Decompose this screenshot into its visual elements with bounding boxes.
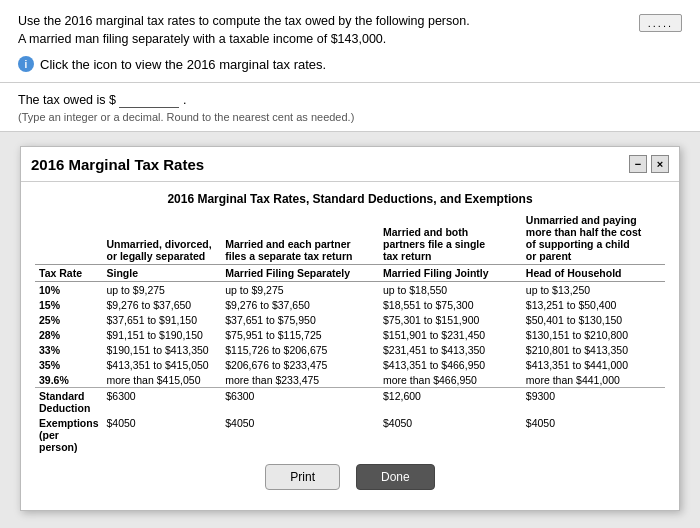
table-cell: $91,151 to $190,150 — [103, 327, 222, 342]
table-row: 39.6%more than $415,050more than $233,47… — [35, 372, 665, 388]
table-cell: $9,276 to $37,650 — [221, 297, 379, 312]
table-row: 25%$37,651 to $91,150$37,651 to $75,950$… — [35, 312, 665, 327]
table-cell: 35% — [35, 357, 103, 372]
answer-section: The tax owed is $ . (Type an integer or … — [0, 83, 700, 132]
table-cell: more than $415,050 — [103, 372, 222, 388]
table-cell: $4050 — [103, 415, 222, 454]
table-cell: $413,351 to $441,000 — [522, 357, 665, 372]
table-cell: $130,151 to $210,800 — [522, 327, 665, 342]
table-cell: $50,401 to $130,150 — [522, 312, 665, 327]
info-icon[interactable]: i — [18, 56, 34, 72]
table-cell: $9300 — [522, 388, 665, 416]
modal-titlebar: 2016 Marginal Tax Rates − × — [21, 147, 679, 182]
problem-line2: A married man filing separately with a t… — [18, 32, 470, 46]
table-cell: $4050 — [522, 415, 665, 454]
tax-answer-input[interactable] — [119, 93, 179, 108]
table-row: 28%$91,151 to $190,150$75,951 to $115,72… — [35, 327, 665, 342]
modal-content: 2016 Marginal Tax Rates, Standard Deduct… — [21, 182, 679, 510]
table-cell: more than $466,950 — [379, 372, 522, 388]
table-title: 2016 Marginal Tax Rates, Standard Deduct… — [35, 192, 665, 206]
table-cell: more than $441,000 — [522, 372, 665, 388]
minimize-button[interactable]: − — [629, 155, 647, 173]
table-cell: $231,451 to $413,350 — [379, 342, 522, 357]
done-button[interactable]: Done — [356, 464, 435, 490]
answer-note: (Type an integer or a decimal. Round to … — [18, 111, 682, 123]
col-header-single: Unmarried, divorced,or legally separated — [103, 212, 222, 265]
close-button[interactable]: × — [651, 155, 669, 173]
modal-title: 2016 Marginal Tax Rates — [31, 156, 204, 173]
col-header-mfs: Married and each partnerfiles a separate… — [221, 212, 379, 265]
table-column-labels-row: Tax Rate Single Married Filing Separatel… — [35, 265, 665, 282]
table-cell: 28% — [35, 327, 103, 342]
table-cell: $13,251 to $50,400 — [522, 297, 665, 312]
table-cell: Exemptions (per person) — [35, 415, 103, 454]
col-label-rate: Tax Rate — [35, 265, 103, 282]
table-cell: $75,301 to $151,900 — [379, 312, 522, 327]
table-cell: $4050 — [379, 415, 522, 454]
table-cell: $18,551 to $75,300 — [379, 297, 522, 312]
tax-rates-modal: 2016 Marginal Tax Rates − × 2016 Margina… — [20, 146, 680, 511]
tax-rates-table: Unmarried, divorced,or legally separated… — [35, 212, 665, 454]
table-cell: $9,276 to $37,650 — [103, 297, 222, 312]
col-header-mfj: Married and bothpartners file a singleta… — [379, 212, 522, 265]
col-label-mfj: Married Filing Jointly — [379, 265, 522, 282]
table-cell: more than $233,475 — [221, 372, 379, 388]
table-cell: $6300 — [103, 388, 222, 416]
problem-section: Use the 2016 marginal tax rates to compu… — [0, 0, 700, 83]
table-cell: up to $13,250 — [522, 282, 665, 298]
table-cell: up to $9,275 — [221, 282, 379, 298]
table-cell: 15% — [35, 297, 103, 312]
table-cell: 33% — [35, 342, 103, 357]
col-label-hoh: Head of Household — [522, 265, 665, 282]
table-cell: Standard Deduction — [35, 388, 103, 416]
tax-table-body: 10%up to $9,275up to $9,275up to $18,550… — [35, 282, 665, 455]
table-row: 33%$190,151 to $413,350$115,726 to $206,… — [35, 342, 665, 357]
dots-button[interactable]: ..... — [639, 14, 682, 32]
table-row: 35%$413,351 to $415,050$206,676 to $233,… — [35, 357, 665, 372]
table-row: 15%$9,276 to $37,650$9,276 to $37,650$18… — [35, 297, 665, 312]
tax-owed-label: The tax owed is $ — [18, 93, 116, 107]
table-cell: $413,351 to $466,950 — [379, 357, 522, 372]
table-cell: $37,651 to $91,150 — [103, 312, 222, 327]
table-cell: 25% — [35, 312, 103, 327]
table-cell: $12,600 — [379, 388, 522, 416]
table-subheader-row: Unmarried, divorced,or legally separated… — [35, 212, 665, 265]
table-cell: up to $18,550 — [379, 282, 522, 298]
table-cell: $151,901 to $231,450 — [379, 327, 522, 342]
col-header-rate — [35, 212, 103, 265]
col-header-hoh: Unmarried and payingmore than half the c… — [522, 212, 665, 265]
table-row: Exemptions (per person)$4050$4050$4050$4… — [35, 415, 665, 454]
table-cell: $190,151 to $413,350 — [103, 342, 222, 357]
table-cell: $413,351 to $415,050 — [103, 357, 222, 372]
col-label-mfs: Married Filing Separately — [221, 265, 379, 282]
table-row: Standard Deduction$6300$6300$12,600$9300 — [35, 388, 665, 416]
click-info-text: Click the icon to view the 2016 marginal… — [40, 57, 326, 72]
table-cell: up to $9,275 — [103, 282, 222, 298]
tax-owed-line: The tax owed is $ . — [18, 93, 682, 108]
table-row: 10%up to $9,275up to $9,275up to $18,550… — [35, 282, 665, 298]
table-cell: $37,651 to $75,950 — [221, 312, 379, 327]
period: . — [183, 93, 186, 107]
modal-controls: − × — [629, 155, 669, 173]
table-cell: $115,726 to $206,675 — [221, 342, 379, 357]
bottom-buttons: Print Done — [35, 454, 665, 498]
table-cell: 10% — [35, 282, 103, 298]
table-cell: $75,951 to $115,725 — [221, 327, 379, 342]
table-cell: 39.6% — [35, 372, 103, 388]
table-cell: $206,676 to $233,475 — [221, 357, 379, 372]
print-button[interactable]: Print — [265, 464, 340, 490]
problem-line1: Use the 2016 marginal tax rates to compu… — [18, 14, 470, 28]
table-cell: $4050 — [221, 415, 379, 454]
table-cell: $6300 — [221, 388, 379, 416]
info-row: i Click the icon to view the 2016 margin… — [18, 56, 682, 72]
table-cell: $210,801 to $413,350 — [522, 342, 665, 357]
col-label-single: Single — [103, 265, 222, 282]
